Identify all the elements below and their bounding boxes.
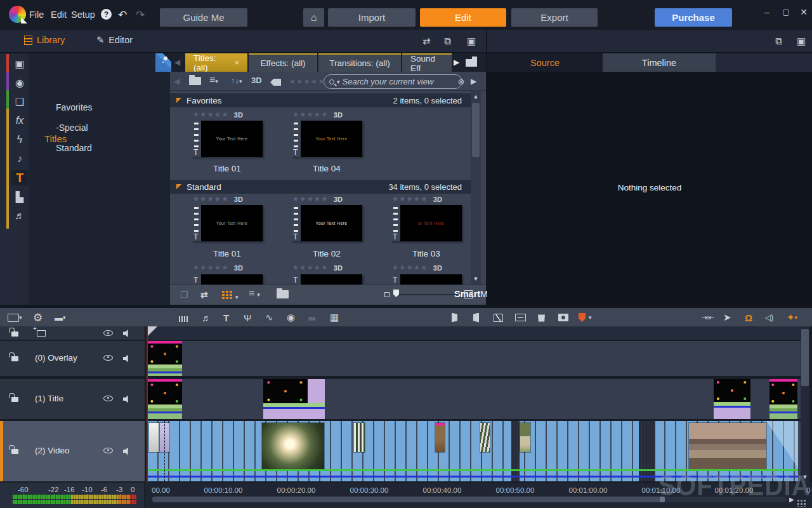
add-track-icon[interactable] bbox=[37, 330, 46, 337]
eye-icon[interactable] bbox=[103, 396, 113, 401]
preview-mode-icon[interactable]: ▾ bbox=[8, 312, 22, 323]
app-logo-icon[interactable] bbox=[9, 6, 26, 23]
item-thumbnail[interactable]: Your Text Here bbox=[192, 121, 263, 157]
library-item[interactable]: ★★★★★3D bbox=[379, 264, 471, 284]
tab-source[interactable]: Source bbox=[487, 53, 603, 72]
disc-authoring-icon[interactable]: ◉ bbox=[287, 312, 295, 323]
zoom-slider-thumb[interactable] bbox=[393, 290, 399, 297]
audio-scrub-icon[interactable]: ◁) bbox=[765, 312, 773, 323]
item-rating-stars[interactable]: ★★★★★ bbox=[193, 110, 229, 119]
speaker-icon[interactable] bbox=[123, 355, 130, 363]
3d-filter-label[interactable]: 3D bbox=[251, 76, 262, 85]
item-rating-stars[interactable]: ★★★★★ bbox=[292, 264, 329, 272]
undo-icon[interactable]: ↶ bbox=[118, 8, 127, 22]
item-thumbnail[interactable]: Your Text Here bbox=[291, 205, 362, 241]
playhead-flag[interactable] bbox=[148, 326, 157, 336]
trim-mode-icon[interactable]: ➤ bbox=[723, 312, 731, 323]
copy-stack-icon[interactable]: ❐ bbox=[180, 290, 188, 300]
library-item[interactable]: ★★★★★3D bbox=[180, 264, 280, 284]
export-button[interactable]: Export bbox=[511, 8, 598, 27]
tree-item-favorites[interactable]: Favorites bbox=[56, 102, 93, 112]
item-rating-stars[interactable]: ★★★★★ bbox=[193, 264, 229, 272]
tab-timeline[interactable]: Timeline bbox=[603, 53, 716, 72]
track-header-mini[interactable] bbox=[0, 326, 145, 340]
search-icon[interactable] bbox=[329, 79, 334, 84]
import-button[interactable]: Import bbox=[328, 8, 416, 27]
create-title-icon[interactable]: T bbox=[223, 312, 229, 323]
item-rating-stars[interactable]: ★★★★★ bbox=[392, 195, 428, 203]
collections-icon[interactable]: ❏ bbox=[11, 94, 28, 109]
lock-icon[interactable] bbox=[11, 397, 18, 402]
lock-icon[interactable] bbox=[11, 331, 18, 337]
help-icon[interactable]: ? bbox=[101, 9, 112, 20]
titles-icon[interactable]: T bbox=[11, 170, 28, 185]
timeline-clip[interactable] bbox=[148, 341, 182, 376]
track-header-1[interactable]: (1) Title bbox=[0, 379, 145, 419]
detail-view-icon[interactable]: ≡▾ bbox=[249, 288, 260, 299]
menu-edit[interactable]: Edit bbox=[51, 10, 67, 20]
tree-item-special[interactable]: -Special bbox=[56, 123, 88, 133]
zoom-in-icon[interactable] bbox=[464, 290, 473, 298]
close-button[interactable]: ✕ bbox=[797, 5, 811, 19]
align-clips-icon[interactable]: ⇥⇤ bbox=[702, 312, 714, 323]
collection-tab-transitions[interactable]: Transitions: (all) bbox=[318, 53, 401, 72]
collection-tab-titles[interactable]: Titles: (all)× bbox=[185, 53, 247, 72]
tab-scroll-right-icon[interactable]: ▶ bbox=[454, 58, 459, 67]
item-rating-stars[interactable]: ★★★★★ bbox=[292, 110, 329, 119]
new-tab-icon[interactable] bbox=[466, 57, 477, 67]
timeline-settings-gear-icon[interactable]: ⚙ bbox=[33, 312, 43, 323]
search-options-caret-icon[interactable]: ▾ bbox=[337, 79, 340, 85]
scorefitter-icon[interactable]: ♬ bbox=[11, 208, 28, 224]
dual-view-icon[interactable]: ▣ bbox=[467, 36, 476, 47]
item-thumbnail[interactable]: Your Text Here bbox=[192, 205, 263, 241]
section-header-standard[interactable]: Standard34 items, 0 selected bbox=[170, 180, 471, 194]
transitions-icon[interactable]: ϟ bbox=[11, 132, 28, 147]
montage-icon[interactable]: ▙ bbox=[11, 189, 28, 204]
scrollbar-thumb[interactable] bbox=[472, 103, 480, 157]
guide-me-button[interactable]: Guide Me bbox=[160, 8, 247, 27]
snapshot-camera-icon[interactable] bbox=[558, 312, 568, 323]
zoom-slider-track[interactable] bbox=[395, 294, 459, 295]
effects-icon[interactable]: fx bbox=[11, 113, 28, 128]
magic-wand-icon[interactable]: ✦▾ bbox=[787, 312, 797, 323]
razor-split-icon[interactable] bbox=[494, 312, 503, 323]
close-tab-icon[interactable]: × bbox=[234, 58, 239, 67]
track-header-0[interactable]: (0) Overlay bbox=[0, 341, 145, 376]
track-header-2[interactable]: (2) Video bbox=[0, 421, 145, 481]
purchase-button[interactable]: Purchase bbox=[655, 8, 732, 27]
clear-search-icon[interactable]: ⊗ bbox=[458, 77, 465, 86]
item-thumbnail[interactable] bbox=[291, 274, 362, 284]
link-clips-icon[interactable]: ∞ bbox=[308, 312, 315, 323]
tab-scroll-left-icon[interactable]: ◀ bbox=[174, 58, 180, 67]
redo-icon[interactable]: ↷ bbox=[136, 8, 145, 22]
item-thumbnail[interactable] bbox=[391, 274, 462, 284]
track-size-icon[interactable]: ▬▾ bbox=[55, 312, 66, 323]
title-safe-icon[interactable] bbox=[515, 312, 526, 323]
player-popout-icon[interactable]: ⧉ bbox=[775, 36, 782, 47]
delete-trash-icon[interactable] bbox=[538, 312, 545, 323]
forward-icon[interactable]: ▶ bbox=[471, 77, 476, 86]
item-thumbnail[interactable] bbox=[192, 274, 263, 284]
timeline-vscrollbar[interactable]: ▼ bbox=[801, 326, 809, 483]
voiceover-mic-icon[interactable]: Ψ bbox=[244, 312, 252, 323]
scroll-up-icon[interactable]: ▲ bbox=[471, 92, 481, 101]
folder-icon[interactable] bbox=[189, 77, 201, 87]
library-item[interactable]: ★★★★★3D bbox=[280, 264, 379, 284]
lock-icon[interactable] bbox=[11, 356, 18, 361]
timeline-clip[interactable] bbox=[714, 379, 750, 419]
audio-mixer-icon[interactable] bbox=[179, 312, 189, 323]
hscroll-thumb[interactable] bbox=[152, 497, 665, 502]
list-view-icon[interactable]: ≡▾ bbox=[209, 74, 218, 86]
tag-icon[interactable] bbox=[270, 77, 281, 88]
timeline-clip[interactable] bbox=[148, 379, 182, 419]
vscroll-thumb[interactable] bbox=[801, 329, 809, 386]
eye-icon[interactable] bbox=[103, 330, 113, 336]
refresh-icon[interactable]: ⇄ bbox=[200, 290, 208, 300]
latest-imports-icon[interactable]: ▣ bbox=[11, 56, 28, 71]
eye-icon[interactable] bbox=[103, 355, 113, 361]
zoom-out-icon[interactable] bbox=[384, 292, 390, 297]
scroll-down-icon[interactable]: ▼ bbox=[471, 274, 481, 283]
item-rating-stars[interactable]: ★★★★★ bbox=[292, 195, 329, 203]
item-rating-stars[interactable]: ★★★★★ bbox=[392, 264, 428, 272]
eye-icon[interactable] bbox=[103, 448, 113, 453]
